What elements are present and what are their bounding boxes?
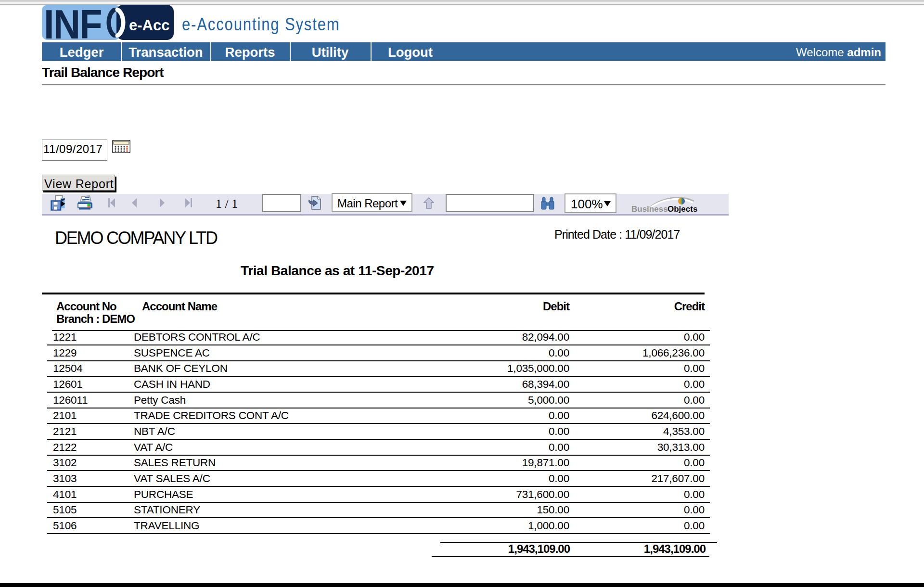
svg-text:Business: Business [631,204,668,214]
svg-text:Objects: Objects [667,204,697,214]
